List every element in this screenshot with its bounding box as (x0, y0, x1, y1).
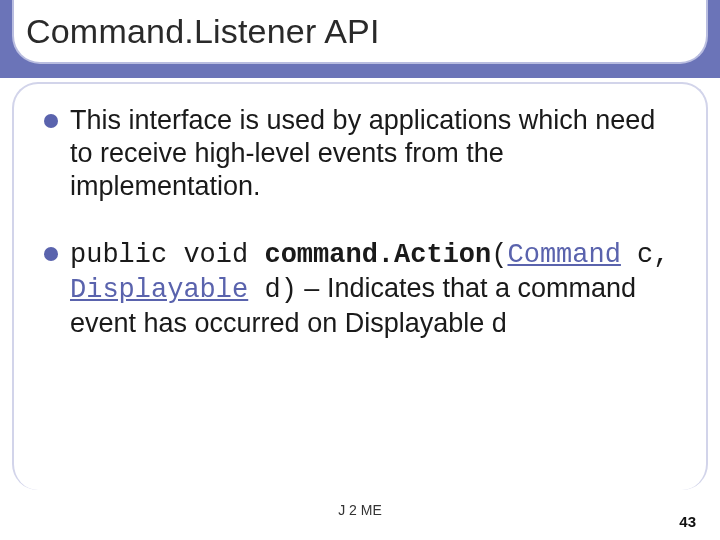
code-text: command.Action (264, 240, 491, 270)
title-card: Command.Listener API (12, 0, 708, 64)
slide-title: Command.Listener API (26, 12, 380, 51)
code-text: c, (621, 240, 670, 270)
bullet-item: public void command.Action(Command c, Di… (42, 237, 678, 340)
body-text: This interface is used by applications w… (70, 105, 655, 201)
bullet-item: This interface is used by applications w… (42, 104, 678, 203)
code-text: ( (491, 240, 507, 270)
page-number: 43 (679, 513, 696, 530)
code-text: d) (248, 275, 297, 305)
bullet-list: This interface is used by applications w… (42, 104, 678, 340)
footer-center-label: J 2 ME (0, 502, 720, 518)
slide: Command.Listener API This interface is u… (0, 0, 720, 540)
code-link-text: Command (507, 240, 620, 270)
body-text: – (297, 273, 327, 303)
body-card: This interface is used by applications w… (12, 82, 708, 490)
footer: J 2 ME 43 (0, 502, 720, 532)
header-band: Command.Listener API (0, 0, 720, 78)
code-text: public void (70, 240, 264, 270)
code-link-text: Displayable (70, 275, 248, 305)
